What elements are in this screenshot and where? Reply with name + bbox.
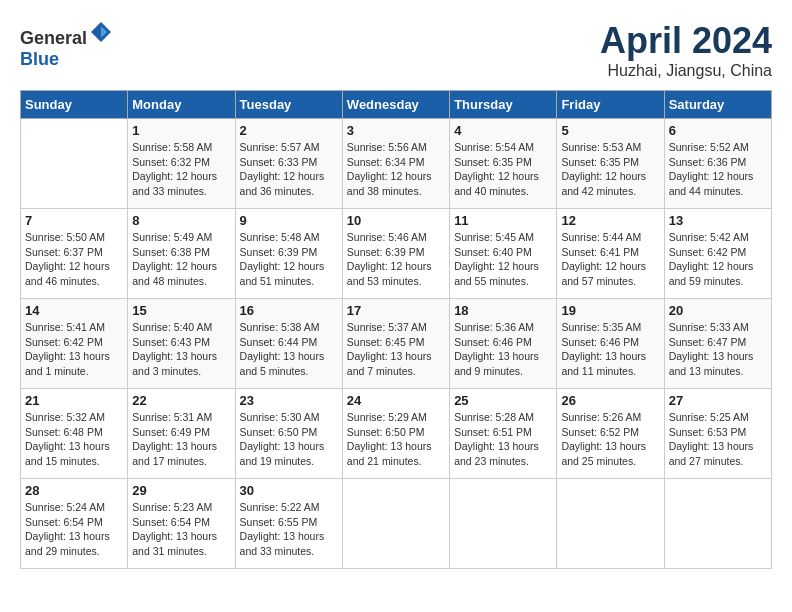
day-number: 26 bbox=[561, 393, 659, 408]
day-info: Sunrise: 5:49 AM Sunset: 6:38 PM Dayligh… bbox=[132, 230, 230, 289]
day-info: Sunrise: 5:52 AM Sunset: 6:36 PM Dayligh… bbox=[669, 140, 767, 199]
calendar-cell: 5Sunrise: 5:53 AM Sunset: 6:35 PM Daylig… bbox=[557, 119, 664, 209]
logo: General Blue bbox=[20, 20, 113, 70]
calendar-cell: 21Sunrise: 5:32 AM Sunset: 6:48 PM Dayli… bbox=[21, 389, 128, 479]
day-info: Sunrise: 5:56 AM Sunset: 6:34 PM Dayligh… bbox=[347, 140, 445, 199]
weekday-header-tuesday: Tuesday bbox=[235, 91, 342, 119]
calendar-cell bbox=[557, 479, 664, 569]
weekday-header-saturday: Saturday bbox=[664, 91, 771, 119]
calendar-cell: 14Sunrise: 5:41 AM Sunset: 6:42 PM Dayli… bbox=[21, 299, 128, 389]
calendar-cell: 10Sunrise: 5:46 AM Sunset: 6:39 PM Dayli… bbox=[342, 209, 449, 299]
day-number: 17 bbox=[347, 303, 445, 318]
day-info: Sunrise: 5:29 AM Sunset: 6:50 PM Dayligh… bbox=[347, 410, 445, 469]
day-info: Sunrise: 5:36 AM Sunset: 6:46 PM Dayligh… bbox=[454, 320, 552, 379]
day-number: 1 bbox=[132, 123, 230, 138]
day-number: 19 bbox=[561, 303, 659, 318]
day-number: 25 bbox=[454, 393, 552, 408]
calendar-cell: 17Sunrise: 5:37 AM Sunset: 6:45 PM Dayli… bbox=[342, 299, 449, 389]
calendar-cell: 2Sunrise: 5:57 AM Sunset: 6:33 PM Daylig… bbox=[235, 119, 342, 209]
calendar-cell: 18Sunrise: 5:36 AM Sunset: 6:46 PM Dayli… bbox=[450, 299, 557, 389]
weekday-header-friday: Friday bbox=[557, 91, 664, 119]
calendar-cell: 6Sunrise: 5:52 AM Sunset: 6:36 PM Daylig… bbox=[664, 119, 771, 209]
calendar-cell: 25Sunrise: 5:28 AM Sunset: 6:51 PM Dayli… bbox=[450, 389, 557, 479]
calendar-cell: 26Sunrise: 5:26 AM Sunset: 6:52 PM Dayli… bbox=[557, 389, 664, 479]
calendar-cell: 9Sunrise: 5:48 AM Sunset: 6:39 PM Daylig… bbox=[235, 209, 342, 299]
day-number: 22 bbox=[132, 393, 230, 408]
day-number: 15 bbox=[132, 303, 230, 318]
page-header: General Blue April 2024 Huzhai, Jiangsu,… bbox=[20, 20, 772, 80]
logo-blue: Blue bbox=[20, 49, 59, 69]
day-info: Sunrise: 5:46 AM Sunset: 6:39 PM Dayligh… bbox=[347, 230, 445, 289]
calendar-cell: 15Sunrise: 5:40 AM Sunset: 6:43 PM Dayli… bbox=[128, 299, 235, 389]
day-number: 24 bbox=[347, 393, 445, 408]
day-info: Sunrise: 5:38 AM Sunset: 6:44 PM Dayligh… bbox=[240, 320, 338, 379]
calendar-cell bbox=[664, 479, 771, 569]
day-number: 13 bbox=[669, 213, 767, 228]
calendar-title: April 2024 bbox=[600, 20, 772, 62]
calendar-cell: 30Sunrise: 5:22 AM Sunset: 6:55 PM Dayli… bbox=[235, 479, 342, 569]
day-number: 28 bbox=[25, 483, 123, 498]
day-info: Sunrise: 5:26 AM Sunset: 6:52 PM Dayligh… bbox=[561, 410, 659, 469]
day-info: Sunrise: 5:54 AM Sunset: 6:35 PM Dayligh… bbox=[454, 140, 552, 199]
logo-general: General bbox=[20, 28, 87, 48]
calendar-header: SundayMondayTuesdayWednesdayThursdayFrid… bbox=[21, 91, 772, 119]
day-number: 27 bbox=[669, 393, 767, 408]
day-number: 23 bbox=[240, 393, 338, 408]
day-number: 20 bbox=[669, 303, 767, 318]
week-row-5: 28Sunrise: 5:24 AM Sunset: 6:54 PM Dayli… bbox=[21, 479, 772, 569]
day-info: Sunrise: 5:42 AM Sunset: 6:42 PM Dayligh… bbox=[669, 230, 767, 289]
calendar-cell bbox=[342, 479, 449, 569]
day-number: 7 bbox=[25, 213, 123, 228]
weekday-header-wednesday: Wednesday bbox=[342, 91, 449, 119]
day-info: Sunrise: 5:31 AM Sunset: 6:49 PM Dayligh… bbox=[132, 410, 230, 469]
week-row-3: 14Sunrise: 5:41 AM Sunset: 6:42 PM Dayli… bbox=[21, 299, 772, 389]
day-info: Sunrise: 5:32 AM Sunset: 6:48 PM Dayligh… bbox=[25, 410, 123, 469]
day-number: 16 bbox=[240, 303, 338, 318]
day-number: 10 bbox=[347, 213, 445, 228]
day-info: Sunrise: 5:23 AM Sunset: 6:54 PM Dayligh… bbox=[132, 500, 230, 559]
day-info: Sunrise: 5:40 AM Sunset: 6:43 PM Dayligh… bbox=[132, 320, 230, 379]
calendar-cell: 8Sunrise: 5:49 AM Sunset: 6:38 PM Daylig… bbox=[128, 209, 235, 299]
day-info: Sunrise: 5:58 AM Sunset: 6:32 PM Dayligh… bbox=[132, 140, 230, 199]
calendar-cell: 12Sunrise: 5:44 AM Sunset: 6:41 PM Dayli… bbox=[557, 209, 664, 299]
calendar-cell: 1Sunrise: 5:58 AM Sunset: 6:32 PM Daylig… bbox=[128, 119, 235, 209]
calendar-cell: 29Sunrise: 5:23 AM Sunset: 6:54 PM Dayli… bbox=[128, 479, 235, 569]
day-number: 6 bbox=[669, 123, 767, 138]
week-row-2: 7Sunrise: 5:50 AM Sunset: 6:37 PM Daylig… bbox=[21, 209, 772, 299]
calendar-cell: 13Sunrise: 5:42 AM Sunset: 6:42 PM Dayli… bbox=[664, 209, 771, 299]
day-number: 30 bbox=[240, 483, 338, 498]
day-info: Sunrise: 5:48 AM Sunset: 6:39 PM Dayligh… bbox=[240, 230, 338, 289]
day-info: Sunrise: 5:22 AM Sunset: 6:55 PM Dayligh… bbox=[240, 500, 338, 559]
week-row-4: 21Sunrise: 5:32 AM Sunset: 6:48 PM Dayli… bbox=[21, 389, 772, 479]
calendar-body: 1Sunrise: 5:58 AM Sunset: 6:32 PM Daylig… bbox=[21, 119, 772, 569]
title-block: April 2024 Huzhai, Jiangsu, China bbox=[600, 20, 772, 80]
day-number: 5 bbox=[561, 123, 659, 138]
day-number: 11 bbox=[454, 213, 552, 228]
calendar-cell: 19Sunrise: 5:35 AM Sunset: 6:46 PM Dayli… bbox=[557, 299, 664, 389]
day-info: Sunrise: 5:44 AM Sunset: 6:41 PM Dayligh… bbox=[561, 230, 659, 289]
logo-text: General Blue bbox=[20, 20, 113, 70]
calendar-cell: 11Sunrise: 5:45 AM Sunset: 6:40 PM Dayli… bbox=[450, 209, 557, 299]
day-number: 3 bbox=[347, 123, 445, 138]
calendar-cell: 27Sunrise: 5:25 AM Sunset: 6:53 PM Dayli… bbox=[664, 389, 771, 479]
day-number: 14 bbox=[25, 303, 123, 318]
day-number: 8 bbox=[132, 213, 230, 228]
weekday-header-thursday: Thursday bbox=[450, 91, 557, 119]
weekday-header-sunday: Sunday bbox=[21, 91, 128, 119]
day-info: Sunrise: 5:45 AM Sunset: 6:40 PM Dayligh… bbox=[454, 230, 552, 289]
day-info: Sunrise: 5:35 AM Sunset: 6:46 PM Dayligh… bbox=[561, 320, 659, 379]
day-info: Sunrise: 5:53 AM Sunset: 6:35 PM Dayligh… bbox=[561, 140, 659, 199]
weekday-header-monday: Monday bbox=[128, 91, 235, 119]
day-number: 4 bbox=[454, 123, 552, 138]
calendar-cell: 3Sunrise: 5:56 AM Sunset: 6:34 PM Daylig… bbox=[342, 119, 449, 209]
day-number: 2 bbox=[240, 123, 338, 138]
calendar-cell: 7Sunrise: 5:50 AM Sunset: 6:37 PM Daylig… bbox=[21, 209, 128, 299]
day-number: 12 bbox=[561, 213, 659, 228]
day-info: Sunrise: 5:57 AM Sunset: 6:33 PM Dayligh… bbox=[240, 140, 338, 199]
calendar-cell: 24Sunrise: 5:29 AM Sunset: 6:50 PM Dayli… bbox=[342, 389, 449, 479]
calendar-cell bbox=[21, 119, 128, 209]
day-info: Sunrise: 5:50 AM Sunset: 6:37 PM Dayligh… bbox=[25, 230, 123, 289]
calendar-cell: 23Sunrise: 5:30 AM Sunset: 6:50 PM Dayli… bbox=[235, 389, 342, 479]
day-info: Sunrise: 5:24 AM Sunset: 6:54 PM Dayligh… bbox=[25, 500, 123, 559]
calendar-location: Huzhai, Jiangsu, China bbox=[600, 62, 772, 80]
